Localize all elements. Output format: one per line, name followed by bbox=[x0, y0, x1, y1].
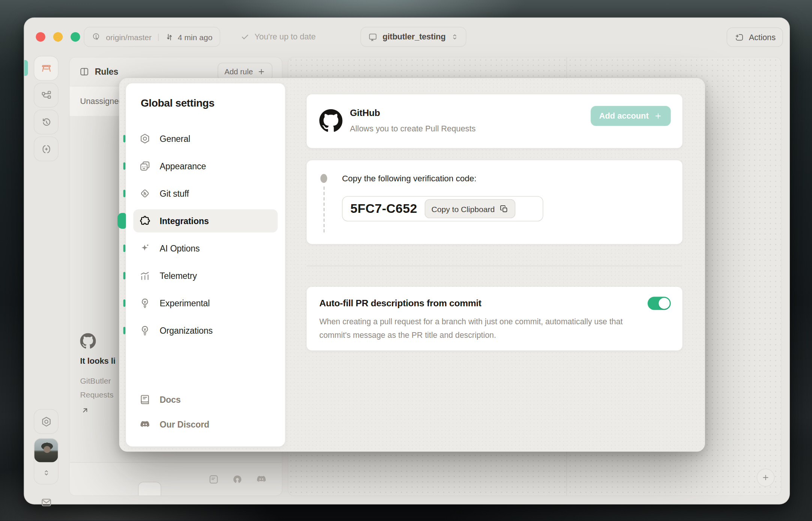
add-rule-label: Add rule bbox=[224, 68, 253, 76]
close-window-button[interactable] bbox=[36, 32, 45, 42]
unassigned-label: Unassigned bbox=[80, 96, 123, 106]
project-selector[interactable]: gitbutler_testing bbox=[361, 27, 466, 47]
nav-label: Experimental bbox=[159, 298, 210, 308]
nav-item-discord[interactable]: Our Discord bbox=[133, 413, 278, 436]
settings-button[interactable] bbox=[34, 409, 59, 434]
nav-indicator bbox=[123, 272, 126, 280]
columns-icon bbox=[79, 66, 90, 77]
rules-panel-footer bbox=[69, 462, 282, 495]
nav-indicator bbox=[117, 213, 126, 229]
rail-workspace-button[interactable] bbox=[34, 56, 59, 81]
nav-item-organizations[interactable]: Organizations bbox=[133, 319, 278, 342]
discord-icon[interactable] bbox=[256, 473, 267, 485]
project-icon bbox=[368, 32, 378, 42]
nav-label: Telemetry bbox=[159, 271, 197, 281]
add-account-button[interactable]: Add account bbox=[591, 106, 671, 126]
nav-item-integrations[interactable]: Integrations bbox=[133, 209, 278, 232]
verification-card: Copy the following verification code: 5F… bbox=[307, 160, 682, 244]
git-diamond-icon bbox=[139, 188, 151, 199]
nav-label: AI Options bbox=[159, 243, 200, 253]
copy-button-label: Copy to Clipboard bbox=[432, 204, 495, 213]
nav-label: Git stuff bbox=[159, 188, 189, 199]
verification-code-box: 5FC7-C652 Copy to Clipboard bbox=[342, 196, 543, 221]
nav-item-ai-options[interactable]: AI Options bbox=[133, 237, 278, 260]
minimize-window-button[interactable] bbox=[53, 32, 63, 42]
empty-state-line: Requests bbox=[80, 388, 115, 402]
book-icon bbox=[139, 394, 151, 405]
up-to-date-label: You're up to date bbox=[254, 32, 316, 42]
nav-item-experimental[interactable]: Experimental bbox=[133, 292, 278, 315]
modal-title: Global settings bbox=[141, 97, 215, 109]
rules-title: Rules bbox=[95, 67, 118, 77]
empty-state-line: GitButler bbox=[80, 374, 115, 388]
mask-icon bbox=[139, 160, 151, 172]
nav-item-general[interactable]: General bbox=[133, 127, 278, 150]
settings-nav-card: Global settings General Appearance bbox=[126, 83, 285, 447]
global-settings-modal: Global settings General Appearance bbox=[119, 78, 705, 452]
step-dot bbox=[320, 174, 327, 183]
left-rail bbox=[34, 56, 59, 163]
remote-branch-label: origin/master bbox=[106, 32, 152, 41]
empty-state-title: It looks li bbox=[80, 356, 115, 366]
desktop: origin/master | 4 min ago You're up to d… bbox=[0, 0, 812, 521]
lightbulb-icon bbox=[139, 325, 151, 336]
nav-item-telemetry[interactable]: Telemetry bbox=[133, 264, 278, 288]
ai-brackets-icon bbox=[40, 143, 52, 155]
changelog-icon[interactable] bbox=[208, 474, 219, 485]
copy-to-clipboard-button[interactable]: Copy to Clipboard bbox=[425, 199, 516, 218]
last-fetched-label: 4 min ago bbox=[178, 32, 213, 41]
discord-icon bbox=[139, 419, 151, 430]
github-integration-card: GitHub Allows you to create Pull Request… bbox=[307, 94, 682, 148]
add-lane-button[interactable] bbox=[757, 468, 775, 486]
lightbulb-icon bbox=[139, 297, 151, 309]
drawer-handle[interactable] bbox=[24, 60, 28, 76]
nav-label: Organizations bbox=[159, 325, 212, 336]
settings-footer-nav: Docs Our Discord bbox=[133, 388, 278, 438]
left-rail-bottom bbox=[34, 409, 59, 509]
actions-button[interactable]: Actions bbox=[727, 27, 783, 47]
verification-code: 5FC7-C652 bbox=[350, 201, 417, 216]
add-account-label: Add account bbox=[599, 111, 649, 120]
rail-branches-button[interactable] bbox=[34, 83, 59, 107]
github-octocat-icon bbox=[319, 109, 343, 133]
open-source-icon[interactable] bbox=[232, 474, 243, 485]
nav-indicator bbox=[123, 327, 126, 334]
nav-indicator bbox=[123, 163, 126, 170]
autofill-description: When creating a pull request for a branc… bbox=[319, 315, 636, 342]
nav-label: Docs bbox=[159, 395, 180, 405]
sparkle-icon bbox=[139, 242, 151, 254]
plus-icon bbox=[654, 112, 662, 120]
github-octocat-icon bbox=[80, 333, 96, 349]
nav-indicator bbox=[123, 190, 126, 197]
zoom-window-button[interactable] bbox=[71, 32, 80, 42]
nav-label: General bbox=[159, 134, 190, 144]
rail-history-button[interactable] bbox=[34, 110, 59, 134]
gitbutler-window: origin/master | 4 min ago You're up to d… bbox=[24, 17, 790, 504]
autofill-toggle[interactable] bbox=[648, 297, 671, 310]
actions-label: Actions bbox=[749, 32, 776, 42]
autofill-pr-card: Auto-fill PR descriptions from commit Wh… bbox=[307, 287, 682, 351]
nav-item-docs[interactable]: Docs bbox=[133, 388, 278, 411]
nav-item-appearance[interactable]: Appearance bbox=[133, 154, 278, 178]
nav-item-git-stuff[interactable]: Git stuff bbox=[133, 182, 278, 205]
settings-nav: General Appearance Git stuff bbox=[133, 127, 278, 346]
chip-separator: | bbox=[156, 33, 161, 41]
copy-icon bbox=[499, 204, 508, 213]
nav-label: Integrations bbox=[159, 216, 209, 226]
feedback-mail-button[interactable] bbox=[34, 496, 59, 509]
nav-indicator bbox=[123, 135, 126, 142]
puzzle-icon bbox=[139, 215, 151, 227]
nav-indicator bbox=[123, 300, 126, 307]
remote-status-chip[interactable]: origin/master | 4 min ago bbox=[84, 27, 220, 47]
user-avatar bbox=[34, 438, 58, 462]
profile-switcher[interactable] bbox=[34, 438, 59, 485]
verification-label: Copy the following verification code: bbox=[342, 174, 476, 183]
github-subtitle: Allows you to create Pull Requests bbox=[350, 124, 475, 133]
autofill-title: Auto-fill PR descriptions from commit bbox=[319, 298, 481, 309]
rail-assistant-button[interactable] bbox=[34, 137, 59, 161]
history-clock-icon bbox=[40, 116, 52, 128]
chevrons-updown-icon bbox=[450, 33, 459, 41]
section-divider bbox=[307, 266, 682, 266]
arrow-up-right-icon[interactable] bbox=[80, 406, 89, 415]
gear-nut-icon bbox=[40, 416, 52, 427]
